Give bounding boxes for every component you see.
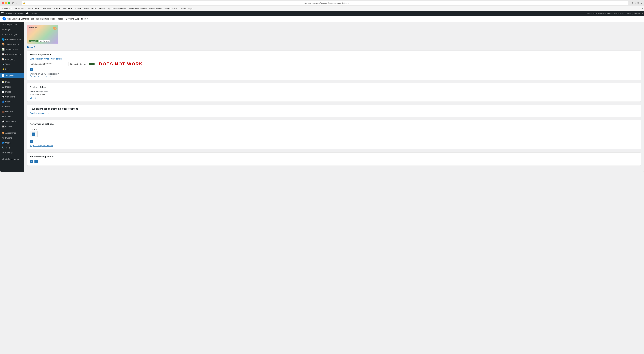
minimize-button[interactable] (5, 2, 7, 4)
bookmark-graphic[interactable]: GRAPHIC ▾ (62, 7, 72, 10)
sidebar-item-slides[interactable]: 🎞 Slides (0, 114, 24, 119)
bookmark-facebook[interactable]: FACEBOOK ▾ (28, 7, 40, 10)
sidebar-label-clients: Clients (5, 101, 12, 103)
sidebar-item-posts[interactable]: 📝 Posts (0, 79, 24, 84)
sidebar-item-theme-options[interactable]: 🎨 Theme Options (0, 42, 24, 47)
sidebar-item-install-plugins[interactable]: ⬇ Install Plugins (0, 32, 24, 37)
sidebar-item-system-status[interactable]: 📊 System Status (0, 47, 24, 52)
gtmetrix-question-button[interactable]: ? (32, 133, 36, 136)
sidebar-item-users[interactable]: 👥 Users (0, 140, 24, 145)
server-config-label: Server configuration (30, 90, 638, 93)
system-status-icon: 📊 (2, 48, 4, 50)
sidebar-item-clients[interactable]: 👤 Clients (0, 99, 24, 104)
bookmarks-more[interactable]: » (642, 7, 643, 9)
bookmark-brain[interactable]: BRAIN ▾ (98, 7, 106, 10)
sidebar-menu: ⚙ Setup Wizard 🔌 Plugins ⬇ Install Plugi… (0, 22, 24, 162)
data-collection-link[interactable]: Data collection (30, 58, 43, 60)
bookmark-google-drive[interactable]: My Drive · Google Drive (108, 7, 127, 10)
sidebar-item-manual-support[interactable]: 📖 Manual & Support (0, 52, 24, 57)
bookmark-tradutor[interactable]: Google Tradutor (149, 7, 162, 10)
wp-breadcrumb: Dashboard « Way Home Soluções — WordPres… (587, 12, 624, 14)
book-table-btn[interactable]: Book a table (28, 40, 38, 42)
bookmark-analytics[interactable]: Google Analytics (164, 7, 178, 10)
sidebar-item-appearance[interactable]: 🎨 Appearance (0, 130, 24, 135)
sidebar-item-media[interactable]: 🖼 Media (0, 84, 24, 89)
performance-question-button[interactable]: ? (30, 140, 33, 143)
reload-icon[interactable]: ↻ (640, 2, 642, 4)
users-icon: 👥 (2, 142, 4, 144)
title-bar: ⊞ ‹ › 🔒 www.wayhome.net.br/wp-admin/admi… (0, 0, 644, 6)
sidebar-item-testimonials[interactable]: 💬 Testimonials (0, 119, 24, 124)
wp-site-name[interactable]: Way Home Soluções (6, 12, 24, 14)
integration-question-button-2[interactable]: ? (34, 160, 38, 163)
pages-icon: 📄 (2, 91, 4, 93)
gtmetrix-label: GTmetrix (30, 128, 38, 131)
bookmarks-bar: ANIMACAO ▾ BRANDING ▾ FACEBOOK ▾ CELEBRA… (0, 6, 644, 11)
testimonials-icon: 💬 (2, 120, 4, 123)
sidebar-label-manual-support: Manual & Support (5, 53, 22, 55)
sidebar-item-offer[interactable]: 🏷 Offer (0, 104, 24, 109)
clients-icon: 👤 (2, 100, 4, 103)
sidebar-item-setup-wizard[interactable]: ⚙ Setup Wizard (0, 22, 24, 27)
check-licenses-link[interactable]: Check your licenses (44, 58, 62, 60)
address-bar[interactable]: 🔒 www.wayhome.net.br/wp-admin/admin.php?… (22, 1, 628, 5)
integration-question-button-1[interactable]: ? (30, 160, 33, 163)
collapse-icon: ◀ (2, 158, 4, 160)
close-button[interactable] (2, 2, 4, 4)
wp-new-bar-item[interactable]: + New (32, 12, 38, 14)
add-tab-icon[interactable]: + (635, 2, 636, 4)
maximize-button[interactable] (8, 2, 10, 4)
sidebar-item-plugins2[interactable]: 🔌 Plugins (0, 135, 24, 140)
sidebar-item-portfolio[interactable]: 💼 Portfolio (0, 109, 24, 114)
get-license-link[interactable]: Get another license here (30, 75, 52, 77)
deregister-button[interactable]: Deregister theme (68, 62, 88, 66)
appearance-icon: 🎨 (2, 132, 4, 134)
sidebar-item-templates[interactable]: 📄 Templates (0, 73, 24, 78)
bookmark-cap[interactable]: CAP 3.0 - Page 3 (180, 7, 194, 10)
tabs-icon[interactable]: ⧉ (638, 2, 639, 4)
license-input[interactable] (30, 62, 67, 66)
share-icon[interactable]: ⬆ (632, 2, 633, 4)
sidebar-item-icons[interactable]: ⭐ Icons (0, 67, 24, 72)
site-name-link[interactable]: Bistro 5 (27, 46, 35, 48)
performance-settings-section: Performance settings GTmetrix ? ? Improv… (27, 120, 641, 149)
sidebar-item-layouts[interactable]: 🔲 Layouts (0, 124, 24, 129)
sidebar-item-tools[interactable]: 🔧 Tools (0, 62, 24, 67)
notification-bar: Be After updating, Betheme crashed and i… (0, 16, 644, 22)
sidebar-item-plugins[interactable]: 🔌 Plugins (0, 27, 24, 32)
sidebar-item-pages[interactable]: 📄 Pages (0, 89, 24, 94)
wp-logo-icon[interactable]: W (1, 12, 4, 15)
sidebar-item-collapse[interactable]: ◀ Collapse menu (0, 157, 24, 162)
bookmark-estamparia[interactable]: ESTAMPARIA ▾ (83, 7, 96, 10)
sidebar-item-comments[interactable]: 💬 Comments (0, 94, 24, 99)
sidebar-label-install-plugins: Install Plugins (5, 33, 18, 36)
forward-arrow-icon[interactable]: › (18, 2, 18, 4)
check-link[interactable]: Check (30, 97, 36, 99)
bookmark-kubo[interactable]: KUBO ▾ (74, 7, 82, 10)
notification-text: After updating, Betheme crashed and inte… (7, 18, 88, 20)
sidebar-item-changelog[interactable]: 📋 Changelog (0, 57, 24, 62)
bookmark-wix[interactable]: Minha Conta | Wix.com (128, 7, 147, 10)
improve-performance-link[interactable]: Improve site performance (30, 145, 53, 147)
bookmark-animacao[interactable]: ANIMACAO ▾ (1, 7, 13, 10)
gtmetrix-box: ? (30, 131, 38, 137)
suggestion-link[interactable]: Send us a suggestion (30, 112, 49, 114)
back-arrow-icon[interactable]: ‹ (16, 2, 17, 4)
bookmark-branding[interactable]: BRANDING ▾ (14, 7, 26, 10)
register-button[interactable] (89, 63, 95, 65)
notification-icon: Be (2, 17, 6, 20)
see-menu-btn[interactable]: See the menu (39, 40, 50, 42)
sidebar-label-tools: Tools (5, 63, 10, 65)
system-status-title: System status (30, 86, 638, 88)
wp-admin-bar: W Way Home Soluções 💬 0 + New Dashboard … (0, 11, 644, 16)
bookmark-celebra[interactable]: CELEBRA ▾ (41, 7, 52, 10)
bookmark-type[interactable]: TYPE ▾ (54, 7, 60, 10)
sidebar-item-tools2[interactable]: 🔧 Tools (0, 145, 24, 150)
sidebar-toggle-icon[interactable]: ⊞ (12, 2, 14, 4)
sidebar-label-theme-options: Theme Options (5, 43, 19, 46)
settings-icon: ⚙ (2, 152, 4, 154)
wp-comments-bar-item[interactable]: 💬 0 (26, 12, 30, 14)
sidebar-item-settings[interactable]: ⚙ Settings (0, 150, 24, 155)
theme-reg-question-button[interactable]: ? (30, 68, 33, 71)
sidebar-item-pre-built[interactable]: 🌐 Pre-built websites (0, 37, 24, 42)
